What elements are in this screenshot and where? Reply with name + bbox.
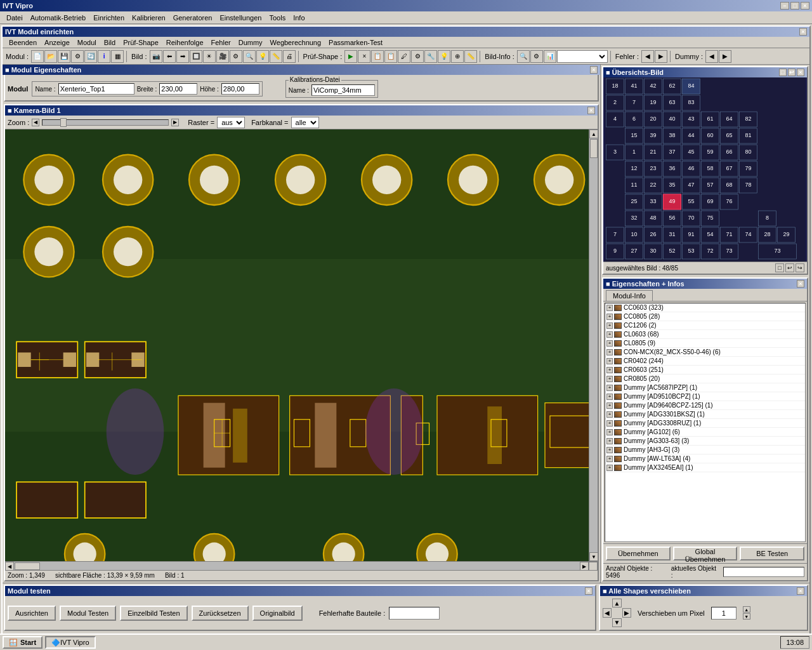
modul-testen-button[interactable]: Modul Testen — [60, 606, 116, 621]
overview-btn1[interactable]: □ — [779, 69, 787, 76]
submenu-fehler[interactable]: Fehler — [207, 38, 235, 47]
pruef-btn9[interactable]: ⊕ — [451, 50, 464, 63]
verschieben-input[interactable] — [711, 607, 737, 620]
dummy-prev-btn[interactable]: ◀ — [705, 50, 718, 63]
submenu-bild[interactable]: Bild — [100, 38, 119, 47]
expand-icon[interactable]: + — [606, 358, 613, 364]
start-button[interactable]: 🪟 Start — [3, 636, 43, 649]
zoom-right-btn[interactable]: ▶ — [171, 119, 179, 126]
expand-icon[interactable]: + — [606, 305, 613, 311]
arrow-left-btn[interactable]: ◀ — [603, 608, 612, 617]
bild-btn10[interactable]: 📏 — [270, 50, 282, 63]
verschieben-up-btn[interactable]: ▲ — [743, 606, 750, 613]
test-panel-close[interactable]: × — [585, 587, 593, 595]
hscroll-thumb[interactable] — [15, 562, 40, 570]
menu-automatik[interactable]: Automatik-Betrieb — [27, 13, 89, 23]
list-item[interactable]: + Dummy [AH3-G] (3) — [605, 446, 805, 454]
expand-icon[interactable]: + — [606, 456, 613, 462]
modul-open-btn[interactable]: 📂 — [44, 50, 57, 63]
expand-icon[interactable]: + — [606, 394, 613, 400]
bild-btn2[interactable]: ⬅ — [163, 50, 176, 63]
overview-nav-btn3[interactable]: ↪ — [796, 263, 804, 272]
bild-btn4[interactable]: 🔲 — [190, 50, 202, 63]
bild-btn3[interactable]: ➡ — [176, 50, 189, 63]
maximize-button[interactable]: □ — [790, 2, 799, 10]
pruef-btn8[interactable]: 💡 — [438, 50, 450, 63]
menu-einstellungen[interactable]: Einstellungen — [216, 13, 265, 23]
list-item[interactable]: + CON-MCX(82_MCX-S50-0-46) (6) — [605, 348, 805, 357]
expand-icon[interactable]: + — [606, 349, 613, 355]
list-item[interactable]: + CR0805 (20) — [605, 375, 805, 383]
camera-vscrollbar[interactable]: ▲ ▼ — [589, 129, 598, 561]
arrow-down-btn[interactable]: ▼ — [612, 618, 621, 627]
submenu-anzeige[interactable]: Anzeige — [41, 38, 74, 47]
bildinfo-btn2[interactable]: ⚙ — [530, 50, 543, 63]
list-item[interactable]: + CL0603 (68) — [605, 330, 805, 339]
verschieben-down-btn[interactable]: ▼ — [743, 613, 750, 620]
expand-icon[interactable]: + — [606, 402, 613, 409]
list-item[interactable]: + CC0805 (28) — [605, 312, 805, 321]
arrow-up-btn[interactable]: ▲ — [612, 599, 621, 607]
dummy-next-btn[interactable]: ▶ — [719, 50, 731, 63]
submenu-beenden[interactable]: Beenden — [5, 38, 41, 47]
shape-panel-close[interactable]: × — [797, 587, 804, 595]
bildinfo-btn1[interactable]: 🔍 — [517, 50, 530, 63]
breite-input[interactable] — [159, 83, 197, 95]
modul-btn4[interactable]: ⚙ — [71, 50, 84, 63]
bild-btn9[interactable]: 💡 — [256, 50, 269, 63]
pruef-btn5[interactable]: 🖊 — [398, 50, 410, 63]
info-panel-close[interactable]: × — [797, 280, 804, 288]
bild-btn6[interactable]: 🎥 — [216, 50, 229, 63]
raster-select[interactable]: aus — [217, 117, 245, 128]
menu-einrichten[interactable]: Einrichten — [89, 13, 128, 23]
list-item[interactable]: + Dummy [AD9640BCPZ-125] (1) — [605, 401, 805, 410]
hscroll-left-btn[interactable]: ◀ — [5, 562, 14, 571]
expand-icon[interactable]: + — [606, 411, 613, 418]
pruef-btn4[interactable]: 📋 — [384, 50, 397, 63]
menu-datei[interactable]: Datei — [3, 13, 27, 23]
list-item[interactable]: + CL0805 (9) — [605, 339, 805, 348]
pruef-btn7[interactable]: 🔧 — [424, 50, 437, 63]
list-item[interactable]: + CR0402 (244) — [605, 357, 805, 366]
zoom-slider[interactable] — [42, 119, 169, 126]
hscroll-right-btn[interactable]: ▶ — [580, 562, 589, 571]
bild-btn11[interactable]: 🖨 — [283, 50, 296, 63]
vscroll-thumb[interactable] — [590, 139, 598, 158]
zuruecksetzen-button[interactable]: Zurücksetzen — [192, 606, 249, 621]
name-input[interactable] — [58, 83, 134, 95]
modul-btn7[interactable]: ▦ — [111, 50, 124, 63]
modul-info-tab[interactable]: Modul-Info — [606, 290, 653, 301]
overview-image[interactable]: 18 41 42 62 84 2 — [603, 77, 807, 262]
list-item[interactable]: + Dummy [ADG3308RUZ] (1) — [605, 419, 805, 428]
pruef-btn2[interactable]: × — [358, 50, 370, 63]
pruef-btn10[interactable]: 📏 — [464, 50, 477, 63]
einzelbild-button[interactable]: Einzelbild Testen — [120, 606, 187, 621]
fehlerhafte-input[interactable] — [389, 607, 440, 620]
submenu-reihenfolge[interactable]: Reihenfolge — [162, 38, 207, 47]
originalbild-button[interactable]: Originalbild — [252, 606, 303, 621]
list-item[interactable]: + Dummy [AW-LT63A] (4) — [605, 454, 805, 463]
expand-icon[interactable]: + — [606, 314, 613, 320]
expand-icon[interactable]: + — [606, 465, 613, 471]
list-item[interactable]: + CC1206 (2) — [605, 321, 805, 330]
pruef-btn3[interactable]: 📋 — [371, 50, 384, 63]
list-item[interactable]: + Dummy [ADG3301BKSZ] (1) — [605, 410, 805, 419]
expand-icon[interactable]: + — [606, 420, 613, 427]
farbkanal-select[interactable]: alle — [291, 117, 319, 128]
expand-icon[interactable]: + — [606, 376, 613, 382]
module-props-close[interactable]: × — [590, 66, 598, 74]
overview-nav-btn1[interactable]: □ — [775, 263, 784, 272]
list-item[interactable]: + Dummy [AD9510BCPZ] (1) — [605, 392, 805, 401]
list-item[interactable]: + Dummy [AX3245EAI] (1) — [605, 463, 805, 472]
modul-info-btn[interactable]: i — [98, 50, 110, 63]
modul-save-btn[interactable]: 💾 — [58, 50, 70, 63]
expand-icon[interactable]: + — [606, 322, 613, 329]
kali-name-input[interactable] — [311, 84, 375, 96]
global-uebernehmen-button[interactable]: Global Übernehmen — [673, 547, 738, 560]
expand-icon[interactable]: + — [606, 367, 613, 373]
aktuell-input[interactable] — [723, 567, 804, 577]
expand-icon[interactable]: + — [606, 340, 613, 347]
zoom-left-btn[interactable]: ◀ — [32, 119, 39, 126]
taskbar-vipro-item[interactable]: 🔷 IVT Vipro — [45, 636, 95, 649]
bildinfo-btn3[interactable]: 📊 — [544, 50, 556, 63]
